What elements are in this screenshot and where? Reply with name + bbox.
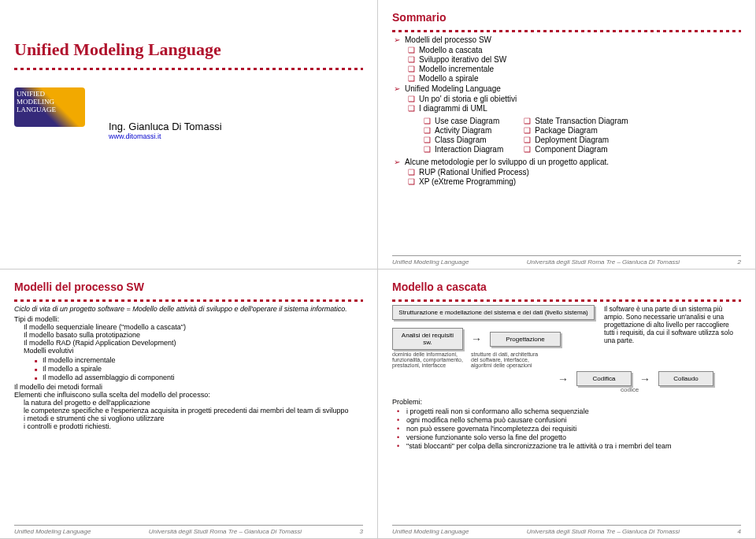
- author-name: Ing. Gianluca Di Tomassi: [109, 121, 222, 132]
- list-item: versione funzionante solo verso la fine …: [406, 433, 741, 441]
- main-title: Unified Modeling Language: [14, 39, 363, 60]
- list-item: Modello a cascata: [419, 46, 741, 54]
- arrow-icon: →: [471, 333, 482, 345]
- uml-logo-icon: UNIFIED MODELING LANGUAGE: [14, 87, 85, 127]
- author-site[interactable]: www.ditomassi.it: [109, 132, 222, 140]
- list-item: Modello a spirale: [419, 74, 741, 83]
- footer-mid: Università degli Studi Roma Tre – Gianlu…: [527, 258, 680, 266]
- list-item: Package Diagram: [535, 126, 628, 135]
- list-item: Il modello incrementale: [43, 356, 363, 364]
- arrow-icon: →: [639, 373, 650, 385]
- footer-mid: Università degli Studi Roma Tre – Gianlu…: [149, 528, 302, 535]
- list-item: I diagrammi di UML: [419, 104, 741, 113]
- slide-cascata: Modello a cascata Strutturazione e model…: [378, 270, 756, 539]
- list-item: Sviluppo iterativo del SW: [419, 55, 741, 64]
- divider: [14, 299, 363, 302]
- list-item: XP (eXtreme Programming): [419, 177, 741, 186]
- footer-left: Unified Modeling Language: [14, 528, 91, 535]
- list-item: i progetti reali non si conformano allo …: [406, 407, 741, 415]
- subhead: Problemi:: [392, 398, 741, 406]
- caption: codice: [621, 386, 741, 393]
- flow-box: Collaudo: [658, 371, 713, 386]
- arrow-icon: →: [558, 373, 569, 385]
- list-item: Deployment Diagram: [535, 136, 628, 144]
- list-item: la natura del progetto e dell'applicazio…: [14, 399, 363, 407]
- footer: Unified Modeling Language Università deg…: [392, 255, 741, 266]
- list-item: Modelli del processo SW: [405, 35, 741, 44]
- flow-box: Strutturazione e modellazione del sistem…: [392, 305, 595, 320]
- list-item: Activity Diagram: [435, 126, 503, 135]
- list-item: Component Diagram: [535, 145, 628, 154]
- logo-line: LANGUAGE: [17, 106, 83, 113]
- slide-title: Modelli del processo SW: [14, 281, 363, 293]
- list-item: RUP (Rational Unified Process): [419, 168, 741, 177]
- list-item: Un po' di storia e gli obiettivi: [419, 95, 741, 103]
- list-item: Modelli evolutivi: [14, 347, 363, 355]
- divider: [14, 68, 363, 70]
- flow-box: Progettazione: [490, 332, 561, 347]
- list-item: Il modello a spirale: [43, 365, 363, 373]
- list-item: Modello incrementale: [419, 65, 741, 73]
- list-item: "stati bloccanti" per colpa della sincro…: [406, 442, 741, 450]
- list-item: Alcune metodologie per lo sviluppo di un…: [405, 158, 741, 166]
- logo-line: MODELING: [17, 98, 83, 106]
- subhead: Tipi di modelli:: [14, 315, 363, 323]
- slide-sommario: Sommario Modelli del processo SW Modello…: [378, 0, 756, 270]
- page-number: 2: [738, 258, 741, 266]
- slide-modelli: Modelli del processo SW Ciclo di vita di…: [0, 270, 378, 539]
- logo-line: UNIFIED: [17, 90, 83, 98]
- caption: strutture di dati, architettura del soft…: [471, 351, 542, 368]
- list-item: State Transaction Diagram: [535, 117, 628, 125]
- page-number: 4: [738, 528, 741, 535]
- subhead: Elementi che influiscono sulla scelta de…: [14, 391, 363, 399]
- footer-left: Unified Modeling Language: [392, 258, 469, 266]
- list-item: Il modello basato sulla prototipazione: [14, 331, 363, 339]
- footer: Unified Modeling Language Università deg…: [14, 525, 363, 535]
- list-item: Use case Diagram: [435, 117, 503, 125]
- footer: Unified Modeling Language Università deg…: [392, 525, 741, 535]
- flow-box: Codifica: [576, 371, 632, 386]
- divider: [392, 30, 741, 32]
- list-item: non può essere governata l'incompletezza…: [406, 425, 741, 433]
- list-item: i controlli e prodotti richiesti.: [14, 422, 363, 430]
- side-note: Il software è una parte di un sistema pi…: [604, 305, 741, 344]
- slide-title: Unified Modeling Language UNIFIED MODELI…: [0, 0, 378, 270]
- list-item: Interaction Diagram: [435, 145, 503, 154]
- list-item: Il modello RAD (Rapid Application Develo…: [14, 339, 363, 347]
- list-item: ogni modifica nello schema può causare c…: [406, 416, 741, 424]
- slide-title: Sommario: [392, 11, 741, 24]
- list-item: i metodi e strumenti che si vogliono uti…: [14, 414, 363, 422]
- caption: dominio delle informazioni, funzionalità…: [392, 351, 463, 368]
- list-item: Unified Modeling Language: [405, 84, 741, 93]
- slide-title: Modello a cascata: [392, 281, 741, 293]
- list-item: le competenze specifiche e l'esperienza …: [14, 407, 363, 414]
- list-item: Il modello sequenziale lineare ("modello…: [14, 323, 363, 331]
- list-item: Il modello dei metodi formali: [14, 383, 363, 391]
- page-number: 3: [360, 528, 363, 535]
- footer-left: Unified Modeling Language: [392, 528, 469, 535]
- footer-mid: Università degli Studi Roma Tre – Gianlu…: [527, 528, 680, 535]
- list-item: Class Diagram: [435, 136, 503, 144]
- list-item: Il modello ad assemblaggio di componenti: [43, 374, 363, 381]
- divider: [392, 299, 741, 302]
- intro-text: Ciclo di vita di un progetto software = …: [14, 305, 363, 313]
- flow-box: Analisi dei requisiti sw.: [392, 328, 463, 350]
